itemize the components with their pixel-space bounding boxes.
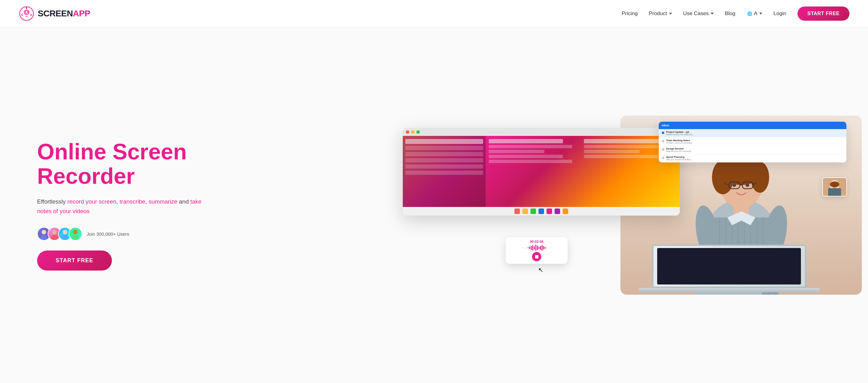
content-line-1 — [489, 139, 563, 143]
screen-mockup — [403, 128, 680, 216]
hero-description: Effortlessly record your screen, transcr… — [37, 197, 210, 216]
sidebar-item-3 — [405, 152, 484, 156]
svg-rect-53 — [828, 188, 841, 196]
lang-chevron-icon — [759, 13, 762, 14]
logo-app-text: APP — [73, 9, 90, 18]
email-text-1: Project Update - Q4 Please review the at… — [666, 131, 843, 136]
recording-time: 00:02:06 — [530, 240, 544, 243]
svg-rect-9 — [25, 16, 28, 17]
window-minimize-dot — [411, 130, 414, 134]
nav-links: Pricing Product Use Cases Blog 🌐 — [622, 6, 849, 21]
content-line-3 — [489, 150, 545, 153]
language-selector[interactable]: 🌐 A — [746, 10, 762, 17]
content-line-4 — [489, 155, 563, 158]
email-item-4: Sprint Planning See you tomorrow at 9am.… — [659, 154, 846, 163]
svg-point-11 — [42, 230, 46, 235]
user-avatars — [37, 227, 82, 241]
email-item-3: Design Review Attached are the mockups..… — [659, 146, 846, 154]
wave-bar-3 — [531, 246, 532, 250]
hero-visual-area: Inbox Project Update - Q4 Please review … — [403, 115, 849, 295]
sidebar-item-6 — [405, 171, 484, 175]
email-read-dot-3 — [662, 156, 664, 159]
use-cases-chevron-icon — [711, 13, 714, 14]
wave-bar-8 — [538, 246, 539, 249]
translate-icon: 🌐 — [746, 10, 753, 17]
svg-point-36 — [712, 160, 734, 194]
svg-point-51 — [830, 181, 839, 187]
start-free-hero-button[interactable]: START FREE — [37, 250, 112, 271]
svg-point-15 — [63, 230, 67, 235]
wave-bar-4 — [532, 245, 533, 250]
sidebar-item-4 — [405, 158, 484, 163]
window-close-dot — [406, 130, 409, 134]
svg-point-14 — [51, 235, 58, 240]
email-header: Inbox — [659, 122, 846, 129]
login-button[interactable]: Login — [773, 10, 786, 17]
stop-icon — [535, 255, 538, 258]
nav-pricing[interactable]: Pricing — [622, 10, 638, 17]
waveform: – – – – – – – – — [521, 245, 553, 251]
wave-bar-7 — [537, 246, 538, 250]
window-body — [403, 136, 680, 207]
window-dock — [403, 207, 680, 216]
nav-blog[interactable]: Blog — [725, 10, 735, 17]
email-card: Inbox Project Update - Q4 Please review … — [659, 122, 846, 163]
nav-use-cases[interactable]: Use Cases — [683, 10, 714, 17]
window-maximize-dot — [416, 130, 420, 134]
nav-product[interactable]: Product — [649, 10, 672, 17]
svg-point-43 — [732, 184, 736, 187]
svg-point-12 — [40, 235, 47, 240]
window-main-content — [486, 136, 679, 207]
wave-bar-11 — [543, 246, 544, 250]
window-sidebar — [403, 136, 486, 207]
wave-bar-5 — [534, 246, 535, 250]
dock-icon-6 — [555, 208, 560, 214]
svg-point-4 — [25, 11, 26, 13]
laptop-graphic — [620, 245, 862, 295]
window-address-bar — [425, 130, 677, 134]
logo-icon — [19, 6, 35, 22]
content-col-1 — [489, 139, 582, 204]
svg-point-55 — [835, 185, 836, 186]
sidebar-item-2 — [405, 146, 484, 150]
content-line-5 — [489, 160, 572, 163]
email-item-2: Team Meeting Notes Hi team, here's a sum… — [659, 137, 846, 146]
wave-bar-10 — [541, 245, 542, 251]
sidebar-item-1 — [405, 139, 484, 144]
hero-section: Online Screen Recorder Effortlessly reco… — [0, 27, 868, 383]
email-read-dot — [662, 140, 664, 142]
users-count-label: Join 300,000+ Users — [87, 231, 129, 237]
email-text-2: Team Meeting Notes Hi team, here's a sum… — [666, 139, 843, 144]
hero-left: Online Screen Recorder Effortlessly reco… — [37, 140, 403, 271]
logo-link[interactable]: SCREENAPP — [19, 6, 90, 22]
wave-bar-12 — [545, 247, 546, 249]
svg-text:🌐: 🌐 — [747, 11, 752, 16]
start-free-nav-button[interactable]: START FREE — [798, 6, 849, 21]
svg-point-13 — [52, 230, 57, 235]
svg-point-8 — [26, 7, 27, 8]
wave-bar-2 — [529, 246, 530, 249]
dock-icon-2 — [522, 208, 528, 214]
svg-point-5 — [27, 11, 28, 13]
dock-icon-5 — [547, 208, 552, 214]
stop-recording-button[interactable] — [532, 252, 541, 261]
svg-point-17 — [73, 230, 78, 235]
content-line-8 — [584, 150, 640, 153]
svg-point-54 — [833, 185, 834, 186]
content-line-7 — [584, 145, 658, 148]
content-line-2 — [489, 145, 572, 148]
wave-bar-9 — [540, 246, 541, 250]
hero-visual: Inbox Project Update - Q4 Please review … — [403, 115, 849, 295]
content-line-9 — [584, 155, 658, 158]
dock-icon-7 — [563, 208, 568, 214]
email-item-1: Project Update - Q4 Please review the at… — [659, 129, 846, 137]
email-unread-dot — [662, 132, 664, 134]
svg-point-37 — [750, 162, 769, 193]
email-text-4: Sprint Planning See you tomorrow at 9am.… — [666, 156, 843, 161]
svg-point-16 — [62, 235, 68, 240]
wave-bar-1 — [528, 247, 529, 248]
video-person-face — [823, 178, 846, 196]
svg-rect-6 — [25, 13, 28, 14]
wave-bar-6 — [535, 245, 536, 251]
svg-point-18 — [72, 235, 79, 240]
